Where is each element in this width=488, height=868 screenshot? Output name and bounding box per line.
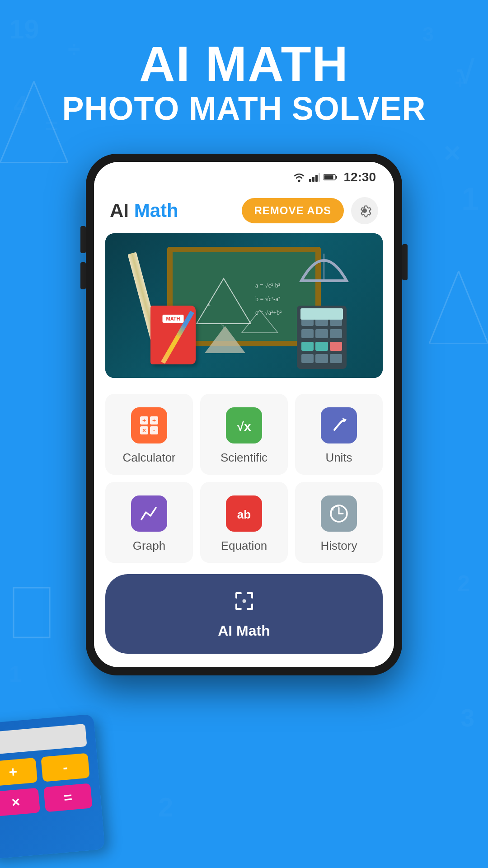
history-icon bbox=[321, 495, 357, 532]
header-actions: REMOVE ADS bbox=[242, 197, 378, 224]
menu-item-units[interactable]: Units bbox=[295, 394, 383, 475]
graph-icon bbox=[131, 495, 167, 532]
status-icons bbox=[293, 172, 338, 182]
logo-ai: AI bbox=[110, 200, 129, 221]
menu-item-scientific[interactable]: √x Scientific bbox=[200, 394, 288, 475]
triangle-decoration bbox=[205, 326, 245, 353]
svg-text:-: - bbox=[153, 427, 155, 434]
calculator-label: Calculator bbox=[122, 451, 175, 465]
battery-icon bbox=[324, 174, 338, 181]
ai-math-section: AI Math bbox=[94, 570, 394, 667]
svg-text:a = √c²-b²: a = √c²-b² bbox=[255, 282, 280, 289]
units-label: Units bbox=[325, 451, 352, 465]
notebook-label: MATH bbox=[163, 315, 184, 323]
menu-item-graph[interactable]: Graph bbox=[105, 482, 193, 563]
calculator-icon: + ÷ × - bbox=[131, 407, 167, 443]
app-header: AI Math REMOVE ADS bbox=[94, 188, 394, 233]
svg-text:×: × bbox=[142, 427, 146, 434]
svg-rect-6 bbox=[315, 175, 318, 182]
signal-icon bbox=[309, 173, 320, 182]
deco-btn-minus: - bbox=[41, 753, 89, 782]
status-time: 12:30 bbox=[343, 170, 376, 184]
svg-text:b = √c²-a²: b = √c²-a² bbox=[255, 296, 280, 302]
app-logo: AI Math bbox=[110, 200, 178, 222]
svg-text:÷: ÷ bbox=[152, 417, 156, 424]
protractor-decoration bbox=[297, 245, 351, 285]
history-label: History bbox=[321, 539, 357, 553]
wifi-icon bbox=[293, 172, 305, 182]
deco-btn-plus: + bbox=[0, 758, 38, 787]
volume-down-button bbox=[80, 262, 86, 289]
menu-item-history[interactable]: History bbox=[295, 482, 383, 563]
main-title: AI MATH bbox=[62, 36, 426, 91]
ai-math-button[interactable]: AI Math bbox=[105, 574, 383, 654]
svg-text:√x: √x bbox=[237, 420, 251, 434]
power-button bbox=[402, 244, 408, 280]
gear-icon bbox=[357, 203, 372, 218]
scientific-label: Scientific bbox=[221, 451, 267, 465]
equation-icon: ab bbox=[226, 495, 262, 532]
svg-rect-7 bbox=[319, 173, 320, 182]
menu-item-equation[interactable]: ab Equation bbox=[200, 482, 288, 563]
calculator-illustration bbox=[297, 306, 347, 369]
phone-frame: 12:30 AI Math REMOVE ADS bbox=[86, 154, 402, 675]
svg-rect-5 bbox=[312, 177, 314, 182]
equation-label: Equation bbox=[221, 539, 267, 553]
svg-rect-10 bbox=[336, 176, 337, 179]
svg-text:c = √a²+b²: c = √a²+b² bbox=[255, 309, 282, 316]
math-banner: a b c a = √c²-b² b = √c²-a² c = √a²+b² bbox=[105, 233, 383, 378]
ai-math-scan-icon bbox=[232, 589, 257, 618]
math-banner-section: a b c a = √c²-b² b = √c²-a² c = √a²+b² bbox=[94, 233, 394, 387]
chalkboard-scene: a b c a = √c²-b² b = √c²-a² c = √a²+b² bbox=[105, 233, 383, 378]
units-icon bbox=[321, 407, 357, 443]
svg-text:a: a bbox=[208, 300, 211, 307]
phone-mockup: 12:30 AI Math REMOVE ADS bbox=[86, 154, 402, 675]
deco-btn-multiply: × bbox=[0, 788, 40, 817]
svg-rect-9 bbox=[324, 175, 333, 179]
status-bar: 12:30 bbox=[94, 162, 394, 188]
settings-button[interactable] bbox=[351, 197, 378, 224]
scientific-icon: √x bbox=[226, 407, 262, 443]
svg-point-35 bbox=[242, 599, 246, 603]
menu-item-calculator[interactable]: + ÷ × - Calculator bbox=[105, 394, 193, 475]
remove-ads-button[interactable]: REMOVE ADS bbox=[242, 198, 344, 223]
svg-rect-4 bbox=[309, 179, 311, 182]
svg-text:ab: ab bbox=[237, 508, 251, 521]
svg-marker-11 bbox=[197, 278, 251, 324]
svg-point-3 bbox=[298, 180, 300, 182]
main-subtitle: PHOTO MATH SOLVER bbox=[62, 91, 426, 127]
ai-math-button-label: AI Math bbox=[218, 623, 270, 639]
volume-up-button bbox=[80, 226, 86, 253]
calc-screen bbox=[300, 308, 343, 320]
deco-btn-equals: = bbox=[43, 783, 92, 812]
logo-math: Math bbox=[129, 200, 178, 221]
menu-grid: + ÷ × - Calculator √x bbox=[94, 387, 394, 570]
graph-label: Graph bbox=[133, 539, 165, 553]
phone-screen: 12:30 AI Math REMOVE ADS bbox=[94, 162, 394, 667]
svg-text:+: + bbox=[142, 417, 146, 424]
header-section: AI MATH PHOTO MATH SOLVER bbox=[62, 0, 426, 145]
calculator-decoration: + - × = bbox=[0, 714, 105, 859]
